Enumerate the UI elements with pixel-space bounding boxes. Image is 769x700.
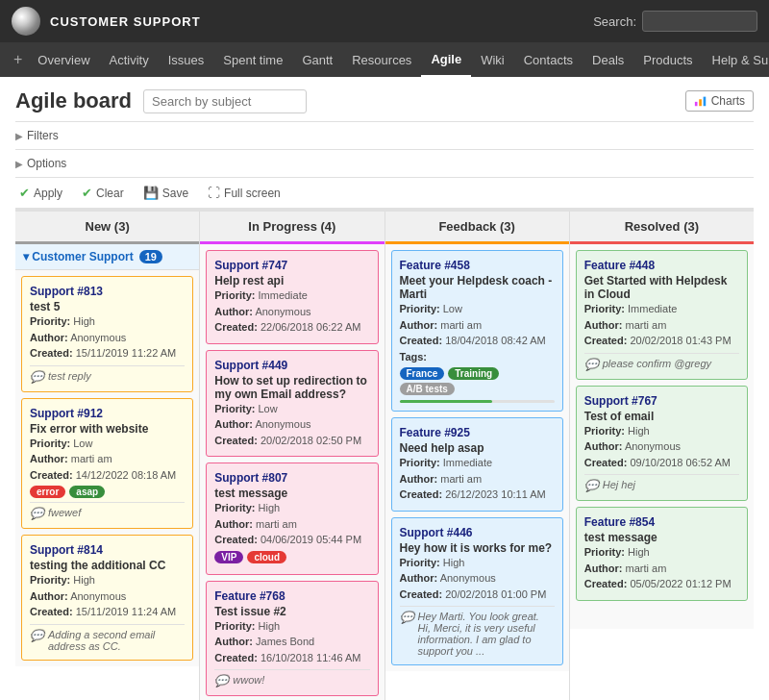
card-912-author: Author: marti am [30,451,185,467]
options-toggle[interactable]: ▶ Options [15,154,754,173]
card-767-title: Support #767 [584,394,739,408]
nav-contacts[interactable]: Contacts [514,42,583,77]
tag-error: error [30,486,65,498]
filters-label: Filters [27,129,59,142]
card-807-created: Created: 04/06/2019 05:44 PM [214,532,369,548]
col-header-feedback: Feedback (3) [385,212,569,244]
apply-label: Apply [34,187,62,200]
card-446[interactable]: Support #446 Hey how it is works for me?… [391,517,563,666]
card-458-created: Created: 18/04/2018 08:42 AM [400,333,555,349]
card-814[interactable]: Support #814 testing the additional CC P… [21,535,193,661]
card-747-subject: Help rest api [214,274,369,288]
card-807-subject: test message [214,487,369,500]
card-807-priority: Priority: High [214,500,369,516]
card-458-author: Author: marti am [400,317,555,334]
card-807[interactable]: Support #807 test message Priority: High… [206,462,378,575]
nav-help-support[interactable]: Help & Support [703,42,769,77]
card-448-comment: 💬 please confirm @gregy [584,353,739,371]
group-label: ▾ Customer Support [23,250,134,263]
card-747-author: Author: Anonymous [214,304,369,320]
card-925-author: Author: marti am [400,471,555,488]
search-input[interactable] [143,89,307,113]
card-458-tags: France Training [400,367,555,380]
fullscreen-icon: ⛶ [208,186,220,200]
nav-resources[interactable]: Resources [342,42,421,77]
fullscreen-label: Full screen [224,187,281,200]
card-814-title: Support #814 [30,543,185,557]
card-912-tags: error asap [30,486,185,498]
add-button[interactable]: + [8,51,28,68]
card-912-priority: Priority: Low [30,436,185,452]
card-854-author: Author: marti am [584,561,739,577]
charts-button[interactable]: Charts [685,90,754,112]
card-768[interactable]: Feature #768 Test issue #2 Priority: Hig… [206,581,378,697]
nav-spent-time[interactable]: Spent time [213,42,292,77]
card-813-created: Created: 15/11/2019 11:22 AM [30,345,185,362]
card-747-title: Support #747 [214,259,369,272]
comment-icon: 💬 [584,479,599,492]
tag-ab: A/B tests [400,383,455,395]
topbar-search: Search: [593,11,757,32]
nav-agile[interactable]: Agile [421,42,471,77]
navbar: + Overview Activity Issues Spent time Ga… [0,42,769,77]
nav-deals[interactable]: Deals [583,42,633,77]
app-logo [12,7,40,36]
nav-wiki[interactable]: Wiki [471,42,514,77]
agile-board: New (3) ▾ Customer Support 19 Support #8… [15,209,754,700]
card-925-title: Feature #925 [400,426,555,439]
resolved-cards: Feature #448 Get Started with Helpdesk i… [570,244,754,629]
nav-products[interactable]: Products [633,42,702,77]
card-448-title: Feature #448 [584,259,739,272]
card-768-comment: 💬 wwow! [214,669,369,688]
card-448[interactable]: Feature #448 Get Started with Helpdesk i… [576,250,748,380]
save-button[interactable]: 💾 Save [139,184,192,202]
topbar-search-input[interactable] [642,11,757,32]
card-446-priority: Priority: High [400,555,555,571]
card-448-priority: Priority: Immediate [584,301,739,317]
fullscreen-button[interactable]: ⛶ Full screen [204,184,285,202]
card-768-created: Created: 16/10/2018 11:46 AM [214,650,369,666]
card-813-title: Support #813 [30,285,185,298]
card-458-subject: Meet your Helpdesk coach - Marti [400,274,555,301]
nav-gantt[interactable]: Gantt [292,42,342,77]
card-747[interactable]: Support #747 Help rest api Priority: Imm… [206,250,378,344]
search-label: Search: [593,14,636,29]
apply-icon: ✔ [19,186,30,200]
card-767-subject: Test of email [584,410,739,423]
nav-overview[interactable]: Overview [28,42,99,77]
card-446-created: Created: 20/02/2018 01:00 PM [400,587,555,603]
card-854-created: Created: 05/05/2022 01:12 PM [584,576,739,592]
apply-button[interactable]: ✔ Apply [15,184,66,202]
inprogress-cards: Support #747 Help rest api Priority: Imm… [200,244,384,700]
card-446-author: Author: Anonymous [400,570,555,587]
card-814-subject: testing the additional CC [30,559,185,572]
clear-button[interactable]: ✔ Clear [78,184,128,202]
card-458-title: Feature #458 [400,259,555,272]
tag-vip: VIP [214,551,243,563]
card-458[interactable]: Feature #458 Meet your Helpdesk coach - … [391,250,563,412]
topbar: CUSTOMER SUPPORT Search: [0,0,769,42]
card-768-author: Author: James Bond [214,634,369,650]
card-807-author: Author: marti am [214,516,369,533]
filters-arrow: ▶ [15,131,23,141]
card-767[interactable]: Support #767 Test of email Priority: Hig… [576,386,748,502]
nav-issues[interactable]: Issues [159,42,214,77]
card-813[interactable]: Support #813 test 5 Priority: High Autho… [21,276,193,392]
options-arrow: ▶ [15,159,23,169]
card-813-subject: test 5 [30,300,185,313]
card-807-tags: VIP cloud [214,551,369,563]
card-814-comment: 💬 Adding a second email address as CC. [30,624,185,652]
card-854[interactable]: Feature #854 test message Priority: High… [576,507,748,601]
card-449-title: Support #449 [214,359,369,372]
card-449[interactable]: Support #449 How to set up redirection t… [206,350,378,458]
filters-toggle[interactable]: ▶ Filters [15,126,754,145]
card-446-subject: Hey how it is works for me? [400,541,555,555]
app-title: CUSTOMER SUPPORT [50,14,593,29]
charts-label: Charts [711,94,745,108]
card-925[interactable]: Feature #925 Need help asap Priority: Im… [391,417,563,512]
nav-activity[interactable]: Activity [100,42,159,77]
card-768-priority: Priority: High [214,618,369,635]
card-814-author: Author: Anonymous [30,588,185,605]
card-768-subject: Test issue #2 [214,605,369,618]
card-912[interactable]: Support #912 Fix error with website Prio… [21,398,193,530]
